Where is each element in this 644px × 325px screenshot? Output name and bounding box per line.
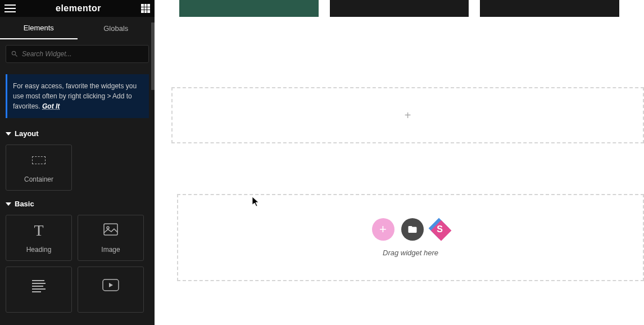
image-icon [103, 223, 118, 238]
widget-image[interactable]: Image [78, 215, 144, 261]
category-header-layout[interactable]: Layout [6, 129, 149, 138]
container-icon [32, 156, 46, 164]
caret-down-icon [6, 132, 11, 136]
canvas-image[interactable] [179, 0, 319, 17]
starter-sites-button[interactable]: S [430, 220, 450, 239]
widget-label: Container [24, 175, 53, 183]
tip-box: For easy access, favorite the widgets yo… [6, 74, 149, 118]
search-box [6, 45, 149, 63]
plus-icon: + [379, 222, 387, 237]
text-editor-icon [32, 280, 46, 292]
heading-icon: T [34, 222, 43, 240]
category-title: Basic [15, 200, 34, 208]
drop-zone[interactable]: + S Drag widget here [177, 194, 644, 281]
logo: elementor [56, 3, 101, 13]
canvas-image[interactable] [330, 0, 469, 17]
svg-rect-0 [104, 224, 117, 235]
search-input[interactable] [22, 50, 144, 58]
add-section-zone[interactable]: + [171, 87, 644, 143]
widget-label: Heading [26, 246, 52, 254]
apps-grid-icon[interactable] [141, 4, 150, 13]
sidebar-header: elementor [0, 0, 155, 17]
image-row [155, 0, 644, 22]
tip-got-it-button[interactable]: Got It [42, 102, 60, 110]
search-icon [11, 50, 19, 58]
category-header-basic[interactable]: Basic [6, 200, 149, 208]
widget-text-editor[interactable] [6, 267, 72, 313]
panel-tabs: Elements Globals [0, 17, 155, 39]
widget-video[interactable] [78, 267, 144, 313]
add-section-plus-icon[interactable]: + [405, 109, 411, 122]
template-library-button[interactable] [401, 218, 424, 241]
video-icon [102, 279, 119, 294]
folder-icon [407, 224, 418, 234]
tip-text: For easy access, favorite the widgets yo… [13, 82, 137, 110]
canvas-image[interactable] [480, 0, 619, 17]
widget-heading[interactable]: T Heading [6, 215, 72, 261]
drop-zone-hint: Drag widget here [383, 249, 438, 257]
caret-down-icon [6, 202, 11, 206]
tab-elements[interactable]: Elements [0, 17, 78, 39]
widget-label: Image [101, 246, 120, 254]
hamburger-icon[interactable] [4, 4, 16, 12]
category-title: Layout [15, 129, 39, 138]
tab-globals[interactable]: Globals [78, 17, 155, 39]
category-basic: Basic T Heading Image [6, 200, 149, 313]
category-layout: Layout Container [6, 129, 149, 191]
drop-actions: + S [372, 218, 450, 241]
svg-point-1 [107, 227, 109, 229]
add-widget-button[interactable]: + [372, 218, 394, 241]
widget-container[interactable]: Container [6, 145, 72, 191]
canvas[interactable]: + + S Drag widget here [155, 0, 644, 325]
sidebar-content: For easy access, favorite the widgets yo… [0, 39, 155, 325]
sidebar: elementor Elements Globals For easy acce… [0, 0, 155, 325]
